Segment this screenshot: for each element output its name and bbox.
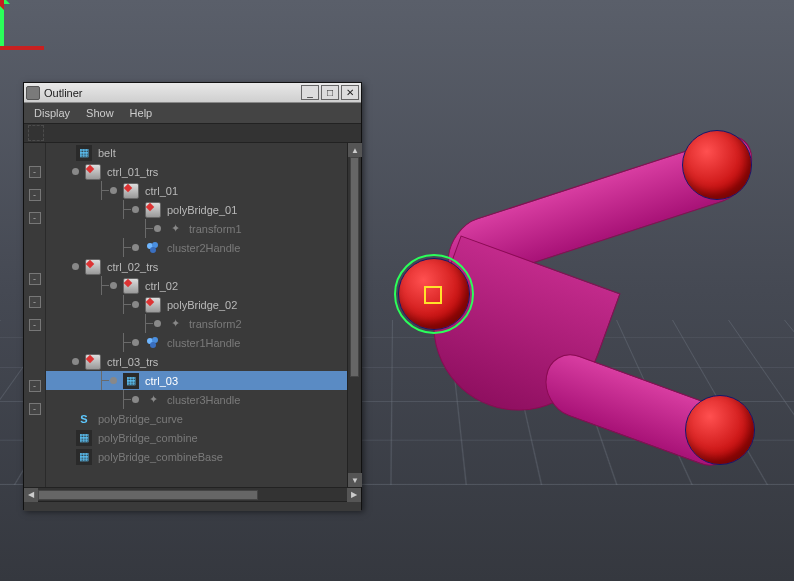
node-label: transform1 bbox=[187, 223, 242, 235]
expand-toggle[interactable]: - bbox=[29, 403, 41, 415]
expand-toggle[interactable]: - bbox=[29, 166, 41, 178]
expand-toggle[interactable]: - bbox=[29, 296, 41, 308]
scroll-right-button[interactable]: ▶ bbox=[347, 488, 361, 502]
mesh-icon bbox=[123, 373, 139, 389]
cluster-icon bbox=[145, 335, 161, 351]
close-button[interactable]: ✕ bbox=[341, 85, 359, 100]
tree-row[interactable]: cluster2Handle bbox=[46, 238, 361, 257]
filter-icon[interactable] bbox=[28, 125, 44, 141]
curve-icon: S bbox=[76, 411, 92, 427]
tree-connector bbox=[116, 295, 132, 314]
titlebar[interactable]: Outliner _ □ ✕ bbox=[24, 83, 361, 103]
svg-point-2 bbox=[150, 247, 156, 253]
menu-bar: Display Show Help bbox=[24, 103, 361, 123]
node-label: transform2 bbox=[187, 318, 242, 330]
tree-row[interactable]: ctrl_03_trs bbox=[46, 352, 361, 371]
minimize-button[interactable]: _ bbox=[301, 85, 319, 100]
node-label: polyBridge_combine bbox=[96, 432, 198, 444]
tree-row[interactable]: ctrl_02 bbox=[46, 276, 361, 295]
connection-dot-icon bbox=[110, 282, 117, 289]
connection-dot-icon bbox=[132, 206, 139, 213]
maximize-button[interactable]: □ bbox=[321, 85, 339, 100]
tree-row[interactable]: ctrl_01_trs bbox=[46, 162, 361, 181]
tree-row[interactable]: SpolyBridge_curve bbox=[46, 409, 361, 428]
tree-row[interactable]: ctrl_02_trs bbox=[46, 257, 361, 276]
scroll-up-button[interactable]: ▲ bbox=[348, 143, 362, 157]
expand-toggle[interactable]: - bbox=[29, 380, 41, 392]
connection-dot-icon bbox=[132, 339, 139, 346]
tree-connector bbox=[138, 219, 154, 238]
tree-row[interactable]: polyBridge_01 bbox=[46, 200, 361, 219]
expand-toggle[interactable]: - bbox=[29, 273, 41, 285]
mesh-icon bbox=[76, 430, 92, 446]
tree-row[interactable]: belt bbox=[46, 143, 361, 162]
tree-connector bbox=[116, 390, 132, 409]
filter-row bbox=[24, 123, 361, 143]
tree-row[interactable]: ✦cluster3Handle bbox=[46, 390, 361, 409]
tree-connector bbox=[94, 371, 110, 390]
menu-help[interactable]: Help bbox=[130, 107, 153, 119]
connection-dot-icon bbox=[110, 377, 117, 384]
connection-dot-icon bbox=[110, 187, 117, 194]
connection-dot-icon bbox=[72, 263, 79, 270]
node-label: cluster1Handle bbox=[165, 337, 240, 349]
hscroll-thumb[interactable] bbox=[38, 490, 258, 500]
translate-center[interactable] bbox=[424, 286, 442, 304]
app-icon bbox=[26, 86, 40, 100]
node-label: polyBridge_curve bbox=[96, 413, 183, 425]
cluster-icon bbox=[145, 240, 161, 256]
tree-row[interactable]: polyBridge_02 bbox=[46, 295, 361, 314]
tree-area: -------- beltctrl_01_trsctrl_01polyBridg… bbox=[24, 143, 361, 487]
horizontal-scrollbar[interactable]: ◀ ▶ bbox=[24, 487, 361, 501]
expand-toggle[interactable]: - bbox=[29, 319, 41, 331]
ctrl-01-mesh bbox=[685, 395, 755, 465]
connection-dot-icon bbox=[132, 396, 139, 403]
tree-row[interactable]: polyBridge_combineBase bbox=[46, 447, 361, 466]
tree-row[interactable]: cluster1Handle bbox=[46, 333, 361, 352]
transform-icon: ✦ bbox=[145, 392, 161, 408]
tree-row[interactable]: ✦transform1 bbox=[46, 219, 361, 238]
menu-display[interactable]: Display bbox=[34, 107, 70, 119]
expand-toggle[interactable]: - bbox=[29, 189, 41, 201]
node-label: belt bbox=[96, 147, 116, 159]
ctrl-02-mesh bbox=[682, 130, 752, 200]
scroll-down-button[interactable]: ▼ bbox=[348, 473, 362, 487]
mesh-icon bbox=[76, 449, 92, 465]
transform-icon: ✦ bbox=[167, 316, 183, 332]
vscroll-thumb[interactable] bbox=[350, 157, 359, 377]
tree-connector bbox=[116, 333, 132, 352]
transform-group-icon bbox=[123, 278, 139, 294]
node-label: ctrl_03_trs bbox=[105, 356, 158, 368]
transform-group-icon bbox=[85, 259, 101, 275]
transform-group-icon bbox=[145, 297, 161, 313]
tree-connector bbox=[138, 314, 154, 333]
tree-connector bbox=[116, 200, 132, 219]
node-label: ctrl_02_trs bbox=[105, 261, 158, 273]
node-label: ctrl_03 bbox=[143, 375, 178, 387]
expand-gutter: -------- bbox=[24, 143, 46, 487]
tree-row[interactable]: ✦transform2 bbox=[46, 314, 361, 333]
transform-group-icon bbox=[85, 354, 101, 370]
node-label: cluster3Handle bbox=[165, 394, 240, 406]
connection-dot-icon bbox=[132, 301, 139, 308]
node-label: ctrl_02 bbox=[143, 280, 178, 292]
outliner-window: Outliner _ □ ✕ Display Show Help -------… bbox=[23, 82, 362, 510]
node-label: polyBridge_combineBase bbox=[96, 451, 223, 463]
translate-x-axis[interactable] bbox=[0, 46, 44, 50]
vertical-scrollbar[interactable]: ▲ ▼ bbox=[347, 143, 361, 487]
expand-toggle[interactable]: - bbox=[29, 212, 41, 224]
node-label: ctrl_01 bbox=[143, 185, 178, 197]
connection-dot-icon bbox=[72, 358, 79, 365]
node-label: polyBridge_01 bbox=[165, 204, 237, 216]
tree-row[interactable]: ctrl_03 bbox=[46, 371, 361, 390]
tree-row[interactable]: ctrl_01 bbox=[46, 181, 361, 200]
filter-input[interactable] bbox=[48, 127, 357, 139]
mesh-icon bbox=[76, 145, 92, 161]
tree-row[interactable]: polyBridge_combine bbox=[46, 428, 361, 447]
menu-show[interactable]: Show bbox=[86, 107, 114, 119]
outliner-tree[interactable]: beltctrl_01_trsctrl_01polyBridge_01✦tran… bbox=[46, 143, 361, 487]
tree-connector bbox=[94, 181, 110, 200]
status-strip bbox=[24, 501, 361, 511]
tree-connector bbox=[94, 276, 110, 295]
connection-dot-icon bbox=[72, 168, 79, 175]
